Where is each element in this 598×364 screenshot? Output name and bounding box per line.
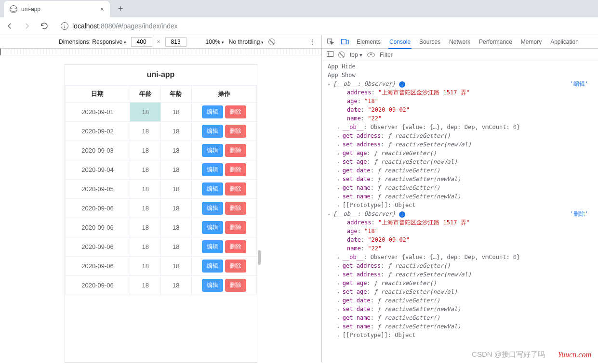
no-throttle-icon[interactable] bbox=[268, 39, 275, 45]
cell-actions: 编辑 删除 bbox=[191, 237, 256, 257]
cell-date: 2020-09-06 bbox=[65, 218, 130, 237]
cell-age: 18 bbox=[160, 180, 191, 199]
device-toolbar: Dimensions: Responsive × 100% No throttl… bbox=[0, 35, 321, 49]
column-header: 日期 bbox=[65, 86, 130, 103]
edit-button[interactable]: 编辑 bbox=[202, 144, 223, 157]
site-info-icon[interactable]: i bbox=[61, 22, 68, 30]
cell-date: 2020-09-06 bbox=[65, 237, 130, 257]
table-row: 2020-09-04 18 18 编辑 删除 bbox=[65, 160, 256, 180]
console-output[interactable]: App HideApp Show{__ob__: Observer} i'编辑'… bbox=[322, 61, 598, 363]
delete-button[interactable]: 删除 bbox=[225, 279, 246, 292]
cell-age: 18 bbox=[130, 218, 161, 237]
delete-button[interactable]: 删除 bbox=[225, 221, 246, 234]
devtools-tab-sources[interactable]: Sources bbox=[418, 36, 441, 48]
edit-button[interactable]: 编辑 bbox=[202, 182, 223, 195]
clear-console-icon[interactable] bbox=[338, 52, 345, 58]
edit-button[interactable]: 编辑 bbox=[202, 105, 223, 118]
throttling-dropdown[interactable]: No throttling bbox=[229, 39, 264, 45]
new-tab-button[interactable]: + bbox=[114, 2, 127, 15]
site-watermark: Yuucn.com bbox=[558, 351, 591, 359]
devtools-tab-memory[interactable]: Memory bbox=[520, 36, 543, 48]
table-row: 2020-09-06 18 18 编辑 删除 bbox=[65, 257, 256, 276]
scrollbar-thumb[interactable] bbox=[258, 250, 261, 265]
browser-tab[interactable]: uni-app × bbox=[4, 1, 110, 17]
edit-button[interactable]: 编辑 bbox=[202, 260, 223, 273]
edit-button[interactable]: 编辑 bbox=[202, 202, 223, 215]
devtools-tab-console[interactable]: Console bbox=[388, 36, 412, 49]
dimension-separator: × bbox=[157, 39, 160, 45]
cell-actions: 编辑 删除 bbox=[191, 141, 256, 160]
svg-rect-3 bbox=[327, 52, 333, 57]
edit-button[interactable]: 编辑 bbox=[202, 221, 223, 234]
inspect-icon[interactable] bbox=[327, 38, 334, 46]
devtools-tab-performance[interactable]: Performance bbox=[478, 36, 513, 48]
cell-age: 18 bbox=[160, 276, 191, 295]
cell-age: 18 bbox=[160, 103, 191, 122]
address-bar[interactable]: i localhost:8080/#/pages/index/index bbox=[56, 19, 594, 33]
zoom-dropdown[interactable]: 100% bbox=[206, 39, 224, 45]
forward-button[interactable] bbox=[21, 20, 33, 32]
cell-date: 2020-09-02 bbox=[65, 122, 130, 141]
console-toolbar: top ▾ bbox=[322, 49, 598, 61]
device-width-input[interactable] bbox=[131, 37, 152, 47]
edit-button[interactable]: 编辑 bbox=[202, 240, 223, 253]
devtools-tab-network[interactable]: Network bbox=[448, 36, 471, 48]
browser-chrome: uni-app × + i localhost:8080/#/pages/ind… bbox=[0, 0, 598, 35]
delete-button[interactable]: 删除 bbox=[225, 260, 246, 273]
column-header: 年龄 bbox=[160, 86, 191, 103]
device-toggle-icon[interactable] bbox=[341, 38, 349, 46]
url-text: localhost:8080/#/pages/index/index bbox=[72, 22, 178, 30]
page-title: uni-app bbox=[65, 65, 257, 85]
table-row: 2020-09-05 18 18 编辑 删除 bbox=[65, 180, 256, 199]
cell-actions: 编辑 删除 bbox=[191, 276, 256, 295]
cell-age: 18 bbox=[130, 141, 161, 160]
close-icon[interactable]: × bbox=[100, 5, 104, 13]
cell-age: 18 bbox=[130, 122, 161, 141]
cell-actions: 编辑 删除 bbox=[191, 180, 256, 199]
delete-button[interactable]: 删除 bbox=[225, 202, 246, 215]
cell-age: 18 bbox=[160, 199, 191, 218]
cell-date: 2020-09-05 bbox=[65, 180, 130, 199]
edit-button[interactable]: 编辑 bbox=[202, 163, 223, 176]
column-header: 操作 bbox=[191, 86, 256, 103]
cell-age: 18 bbox=[130, 199, 161, 218]
browser-toolbar: i localhost:8080/#/pages/index/index bbox=[0, 17, 598, 35]
ruler bbox=[0, 49, 321, 55]
cell-date: 2020-09-06 bbox=[65, 276, 130, 295]
cell-actions: 编辑 删除 bbox=[191, 257, 256, 276]
cell-date: 2020-09-06 bbox=[65, 199, 130, 218]
more-options-icon[interactable]: ⋮ bbox=[309, 38, 316, 46]
devtools-panel: ElementsConsoleSourcesNetworkPerformance… bbox=[322, 35, 598, 363]
csdn-watermark: CSDN @接口写好了吗 bbox=[472, 350, 545, 359]
cell-age: 18 bbox=[160, 237, 191, 257]
table-row: 2020-09-06 18 18 编辑 删除 bbox=[65, 237, 256, 257]
context-selector[interactable]: top ▾ bbox=[350, 52, 362, 58]
svg-rect-1 bbox=[341, 39, 346, 44]
console-sidebar-toggle-icon[interactable] bbox=[327, 51, 333, 58]
cell-age: 18 bbox=[130, 237, 161, 257]
edit-button[interactable]: 编辑 bbox=[202, 279, 223, 292]
device-height-input[interactable] bbox=[165, 37, 186, 47]
back-button[interactable] bbox=[4, 20, 15, 32]
cell-actions: 编辑 删除 bbox=[191, 160, 256, 180]
table-row: 2020-09-02 18 18 编辑 删除 bbox=[65, 122, 256, 141]
console-filter-input[interactable] bbox=[380, 52, 593, 58]
delete-button[interactable]: 删除 bbox=[225, 105, 246, 118]
delete-button[interactable]: 删除 bbox=[225, 144, 246, 157]
edit-button[interactable]: 编辑 bbox=[202, 125, 223, 138]
data-table: 日期年龄年龄操作 2020-09-01 18 18 编辑 删除 2020-09-… bbox=[65, 85, 257, 295]
device-emulator: Dimensions: Responsive × 100% No throttl… bbox=[0, 35, 322, 363]
devtools-tab-bar: ElementsConsoleSourcesNetworkPerformance… bbox=[322, 35, 598, 49]
table-row: 2020-09-06 18 18 编辑 删除 bbox=[65, 218, 256, 237]
devtools-tab-elements[interactable]: Elements bbox=[356, 36, 382, 48]
delete-button[interactable]: 删除 bbox=[225, 125, 246, 138]
delete-button[interactable]: 删除 bbox=[225, 240, 246, 253]
delete-button[interactable]: 删除 bbox=[225, 182, 246, 195]
devtools-tab-application[interactable]: Application bbox=[549, 36, 580, 48]
globe-icon bbox=[10, 5, 17, 13]
reload-button[interactable] bbox=[39, 20, 50, 32]
delete-button[interactable]: 删除 bbox=[225, 163, 246, 176]
live-expression-icon[interactable] bbox=[367, 52, 375, 57]
dimensions-dropdown[interactable]: Dimensions: Responsive bbox=[59, 39, 126, 45]
cell-age: 18 bbox=[130, 257, 161, 276]
